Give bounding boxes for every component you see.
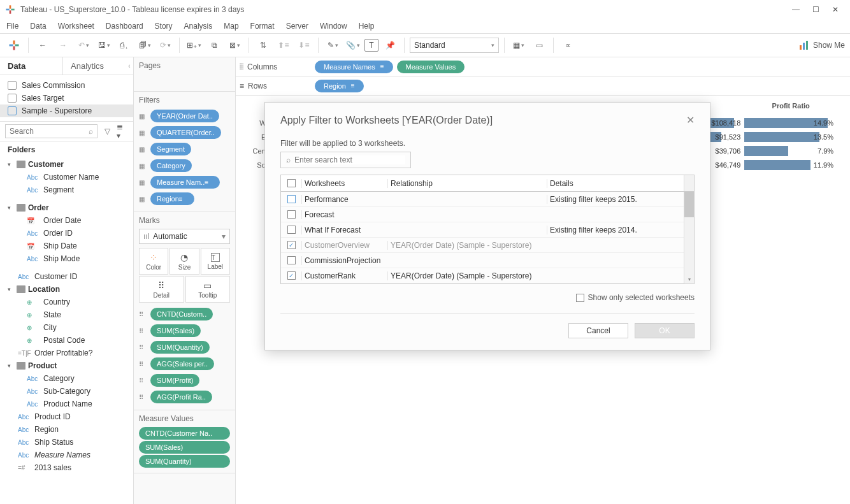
search-input[interactable] xyxy=(10,127,89,136)
menu-dashboard[interactable]: Dashboard xyxy=(106,22,143,31)
marks-label[interactable]: TLabel xyxy=(201,248,230,275)
cancel-button[interactable]: Cancel xyxy=(568,323,628,338)
field-product-name[interactable]: AbcProduct Name xyxy=(0,398,133,410)
pill[interactable]: SUM(Quantity) xyxy=(150,341,210,354)
menu-story[interactable]: Story xyxy=(155,22,173,31)
field-segment[interactable]: AbcSegment xyxy=(0,184,133,196)
sort-desc-button[interactable]: ⬇≡ xyxy=(295,36,313,54)
pill[interactable]: AGG(Profit Ra.. xyxy=(150,391,212,403)
bar-row[interactable]: 13.5% xyxy=(744,130,837,144)
field-order-id[interactable]: AbcOrder ID xyxy=(0,227,133,240)
bar-row[interactable]: 7.9% xyxy=(744,144,837,158)
marks-type-selector[interactable]: ııl Automatic ▾ xyxy=(139,229,230,244)
close-button[interactable]: ✕ xyxy=(832,5,839,14)
field-customer-id[interactable]: AbcCustomer ID xyxy=(0,270,133,283)
back-button[interactable]: ← xyxy=(34,36,52,54)
expand-icon[interactable]: ▾ xyxy=(8,363,14,369)
pill[interactable]: SUM(Sales) xyxy=(139,441,230,454)
pill[interactable]: SUM(Sales) xyxy=(150,324,201,337)
expand-icon[interactable]: ▾ xyxy=(8,161,14,168)
sort-asc-button[interactable]: ⬆≡ xyxy=(275,36,292,54)
label-button[interactable]: T xyxy=(364,39,378,52)
field-product[interactable]: ▾Product xyxy=(0,359,133,372)
filter-pill[interactable]: QUARTER(Order.. xyxy=(150,126,221,139)
field-region[interactable]: AbcRegion xyxy=(0,423,133,436)
filter-pill[interactable]: Category xyxy=(150,159,192,172)
new-data-button[interactable]: ⎙₊ xyxy=(115,36,133,54)
collapse-panel-icon[interactable]: ‹ xyxy=(126,57,133,75)
data-source-item[interactable]: Sales Target xyxy=(0,92,133,104)
share-button[interactable]: ∝ xyxy=(559,36,577,54)
presentation-button[interactable]: ▭ xyxy=(530,36,548,54)
filter-pill[interactable]: Region≡ xyxy=(150,192,194,205)
refresh-dropdown[interactable]: 🗐▾ xyxy=(136,36,154,54)
field-product-id[interactable]: AbcProduct ID xyxy=(0,410,133,423)
worksheet-row[interactable]: CommissionProjection xyxy=(281,253,684,268)
shelf-pill[interactable]: Measure Names≡ xyxy=(315,61,393,73)
bar-row[interactable]: 11.9% xyxy=(744,158,837,172)
columns-shelf[interactable]: ⦙⦙⦙Columns Measure Names≡Measure Values xyxy=(236,57,850,76)
field-postal-code[interactable]: ⊕Postal Code xyxy=(0,334,133,347)
field-2013-sales[interactable]: =#2013 sales xyxy=(0,461,133,474)
field-sub-category[interactable]: AbcSub-Category xyxy=(0,385,133,398)
dialog-search-input[interactable] xyxy=(294,155,405,164)
menu-server[interactable]: Server xyxy=(286,22,308,31)
fit-selector[interactable]: Standard▾ xyxy=(410,38,499,53)
analytics-tab[interactable]: Analytics xyxy=(62,57,126,75)
pages-shelf[interactable]: Pages xyxy=(139,61,230,70)
rows-shelf[interactable]: ≡Rows Region≡ xyxy=(236,76,850,96)
field-customer-name[interactable]: AbcCustomer Name xyxy=(0,171,133,184)
field-measure-names[interactable]: AbcMeasure Names xyxy=(0,449,133,461)
worksheet-row[interactable]: ✓CustomerOverviewYEAR(Order Date) (Sampl… xyxy=(281,238,684,253)
duplicate-button[interactable]: ⧉ xyxy=(205,36,223,54)
group-button[interactable]: 📎▾ xyxy=(344,36,362,54)
shelf-pill[interactable]: Measure Values xyxy=(397,61,465,73)
field-order-profitable-[interactable]: =T|FOrder Profitable? xyxy=(0,347,133,359)
row-checkbox[interactable]: ✓ xyxy=(287,271,296,280)
field-country[interactable]: ⊕Country xyxy=(0,296,133,308)
pill[interactable]: CNTD(Custom.. xyxy=(150,308,213,320)
marks-tooltip[interactable]: ▭Tooltip xyxy=(185,276,231,303)
column-header[interactable]: Profit Ratio xyxy=(744,102,837,116)
undo-button[interactable]: ↶▾ xyxy=(75,36,92,54)
grid-scrollbar[interactable]: ▾ xyxy=(684,192,694,284)
pill[interactable]: CNTD(Customer Na.. xyxy=(139,427,230,440)
menu-worksheet[interactable]: Worksheet xyxy=(58,22,94,31)
data-source-item[interactable]: Sample - Superstore xyxy=(0,104,133,117)
marks-size[interactable]: ◔Size xyxy=(169,248,199,275)
expand-icon[interactable]: ▾ xyxy=(8,286,14,292)
field-order-date[interactable]: 📅Order Date xyxy=(0,214,133,227)
maximize-button[interactable]: ☐ xyxy=(812,5,819,14)
menu-help[interactable]: Help xyxy=(359,22,375,31)
pill[interactable]: SUM(Quantity) xyxy=(139,455,230,468)
bar-row[interactable]: 14.9% xyxy=(744,116,837,130)
highlight-button[interactable]: ✎▾ xyxy=(324,36,342,54)
filter-icon[interactable]: ▽ xyxy=(101,126,113,137)
view-list-icon[interactable]: ≣ ▾ xyxy=(117,126,128,137)
marks-color[interactable]: ⁘Color xyxy=(139,248,168,275)
show-only-checkbox[interactable] xyxy=(576,294,584,302)
worksheet-row[interactable]: What If ForecastExisting filter keeps 20… xyxy=(281,222,684,238)
worksheet-row[interactable]: Forecast xyxy=(281,207,684,222)
worksheet-row[interactable]: PerformanceExisting filter keeps 2015. xyxy=(281,192,684,207)
menu-map[interactable]: Map xyxy=(224,22,238,31)
swap-button[interactable]: ⇅ xyxy=(254,36,272,54)
row-checkbox[interactable] xyxy=(287,195,296,203)
field-order[interactable]: ▾Order xyxy=(0,201,133,214)
menu-format[interactable]: Format xyxy=(250,22,275,31)
show-me-button[interactable]: Show Me xyxy=(799,40,845,50)
tableau-icon[interactable] xyxy=(5,36,23,54)
row-checkbox[interactable] xyxy=(287,210,296,219)
field-ship-mode[interactable]: AbcShip Mode xyxy=(0,252,133,265)
ok-button[interactable]: OK xyxy=(635,323,695,338)
field-ship-date[interactable]: 📅Ship Date xyxy=(0,240,133,252)
pill[interactable]: AGG(Sales per.. xyxy=(150,357,214,370)
field-customer[interactable]: ▾Customer xyxy=(0,158,133,171)
marks-detail[interactable]: ⠿Detail xyxy=(139,276,184,303)
field-city[interactable]: ⊕City xyxy=(0,321,133,334)
minimize-button[interactable]: — xyxy=(792,5,800,14)
field-location[interactable]: ▾Location xyxy=(0,283,133,296)
expand-icon[interactable]: ▾ xyxy=(8,205,14,211)
data-source-item[interactable]: Sales Commission xyxy=(0,79,133,92)
row-checkbox[interactable] xyxy=(287,256,296,264)
